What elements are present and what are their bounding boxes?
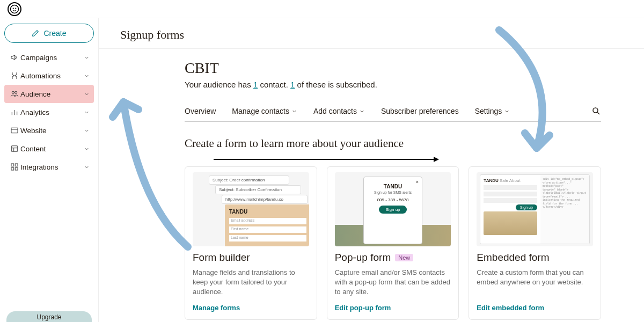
- annotation-arrow-horizontal: [214, 157, 439, 162]
- upgrade-button[interactable]: Upgrade: [6, 311, 92, 322]
- sidebar: Create CampaignsAutomationsAudienceAnaly…: [0, 18, 99, 322]
- chevron-down-icon: [84, 146, 90, 152]
- tab-manage-contacts[interactable]: Manage contacts: [232, 107, 297, 115]
- sidebar-item-label: Integrations: [20, 163, 84, 171]
- svg-rect-16: [15, 167, 18, 170]
- sidebar-item-campaigns[interactable]: Campaigns: [4, 48, 94, 67]
- tab-label: Manage contacts: [232, 107, 289, 115]
- card-action-link[interactable]: Edit pop-up form: [335, 304, 451, 312]
- sidebar-item-label: Automations: [20, 72, 84, 80]
- analytics-icon: [9, 108, 20, 116]
- sidebar-item-integrations[interactable]: Integrations: [4, 158, 94, 176]
- automation-icon: [9, 71, 20, 80]
- svg-rect-15: [11, 167, 14, 170]
- chevron-down-icon: [84, 164, 90, 170]
- svg-rect-10: [12, 146, 18, 152]
- search-icon[interactable]: [591, 106, 601, 116]
- tab-settings[interactable]: Settings: [475, 107, 510, 115]
- sidebar-item-website[interactable]: Website: [4, 121, 94, 140]
- audience-tabs: OverviewManage contactsAdd contactsSubsc…: [185, 106, 601, 122]
- sidebar-item-analytics[interactable]: Analytics: [4, 103, 94, 121]
- content-icon: [9, 144, 20, 153]
- sidebar-item-label: Analytics: [20, 108, 84, 116]
- chevron-down-icon: [504, 108, 510, 114]
- sidebar-item-audience[interactable]: Audience: [4, 85, 94, 103]
- card-action-link[interactable]: Manage forms: [193, 304, 309, 312]
- card-description: Capture email and/or SMS contacts with a…: [335, 268, 451, 297]
- card-description: Manage fields and translations to keep y…: [193, 268, 309, 297]
- svg-point-4: [15, 91, 17, 93]
- mailchimp-logo[interactable]: [8, 2, 21, 16]
- website-icon: [9, 126, 20, 135]
- form-card-pop-up-form[interactable]: ×TANDUSign up for SMS alerts809 - 789 - …: [327, 166, 459, 320]
- chevron-down-icon: [84, 55, 90, 61]
- tab-subscriber-preferences[interactable]: Subscriber preferences: [381, 107, 459, 115]
- stats-text: Your audience has: [185, 80, 253, 89]
- section-heading: Create a form to learn more about your a…: [185, 137, 644, 150]
- svg-rect-8: [11, 128, 18, 133]
- card-title: Form builder: [193, 252, 250, 264]
- sidebar-item-label: Website: [20, 127, 84, 135]
- form-card-embedded-form[interactable]: TANDU Sale AboutSign up<div id="mc_embed…: [469, 166, 601, 320]
- tab-label: Overview: [185, 107, 216, 115]
- card-thumb: Subject: Order confirmationSubject: Subs…: [193, 172, 309, 246]
- svg-rect-14: [15, 164, 18, 166]
- stats-text: contact.: [258, 80, 290, 89]
- svg-point-2: [15, 8, 16, 9]
- main-content: Signup forms CBIT Your audience has 1 co…: [99, 18, 644, 322]
- audience-icon: [9, 90, 20, 98]
- tab-overview[interactable]: Overview: [185, 107, 216, 115]
- sidebar-item-automations[interactable]: Automations: [4, 67, 94, 85]
- create-button[interactable]: Create: [4, 24, 94, 43]
- svg-point-1: [13, 8, 14, 9]
- tab-add-contacts[interactable]: Add contacts: [313, 107, 365, 115]
- card-action-link[interactable]: Edit embedded form: [477, 304, 593, 312]
- sidebar-item-content[interactable]: Content: [4, 140, 94, 158]
- integrations-icon: [9, 163, 20, 171]
- card-description: Create a custom form that you can embed …: [477, 268, 593, 297]
- chevron-down-icon: [84, 128, 90, 134]
- form-card-form-builder[interactable]: Subject: Order confirmationSubject: Subs…: [185, 166, 317, 320]
- card-title: Embedded form: [477, 252, 549, 264]
- svg-point-0: [11, 5, 19, 13]
- sidebar-item-label: Audience: [20, 90, 84, 98]
- card-thumb: TANDU Sale AboutSign up<div id="mc_embed…: [477, 172, 593, 246]
- chevron-down-icon: [291, 108, 297, 114]
- card-thumb: ×TANDUSign up for SMS alerts809 - 789 - …: [335, 172, 451, 246]
- megaphone-icon: [9, 53, 20, 62]
- audience-name: CBIT: [185, 60, 644, 77]
- chevron-down-icon: [359, 108, 365, 114]
- new-badge: New: [395, 254, 413, 261]
- sidebar-item-label: Campaigns: [20, 54, 84, 62]
- sidebar-item-label: Content: [20, 145, 84, 153]
- contacts-link[interactable]: 1: [253, 80, 258, 89]
- audience-stats: Your audience has 1 contact. 1 of these …: [185, 80, 644, 89]
- chevron-down-icon: [84, 73, 90, 79]
- tab-label: Subscriber preferences: [381, 107, 459, 115]
- svg-line-18: [597, 112, 599, 114]
- svg-point-17: [593, 108, 598, 113]
- chevron-down-icon: [84, 91, 90, 97]
- card-title: Pop-up form: [335, 252, 391, 264]
- create-label: Create: [43, 29, 66, 38]
- tab-label: Add contacts: [313, 107, 357, 115]
- tab-label: Settings: [475, 107, 502, 115]
- stats-text: of these is subscribed.: [295, 80, 377, 89]
- svg-rect-13: [11, 164, 14, 166]
- pencil-icon: [32, 30, 39, 37]
- svg-point-3: [12, 91, 14, 93]
- chevron-down-icon: [84, 109, 90, 115]
- page-title: Signup forms: [120, 28, 623, 42]
